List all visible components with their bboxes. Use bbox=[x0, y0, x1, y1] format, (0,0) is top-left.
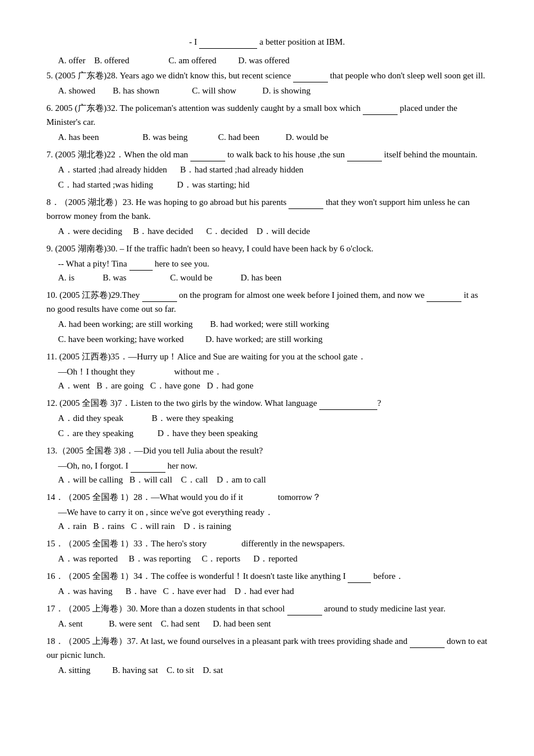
q18-text: 18．（2005 上海卷）37. At last, we found ourse… bbox=[46, 634, 488, 662]
q6-text: 6. 2005 (广东卷)32. The policeman's attenti… bbox=[46, 101, 488, 129]
q9-text: 9. (2005 湖南卷)30. – If the traffic hadn't… bbox=[46, 242, 488, 255]
q11-text2: —Oh！I thought they without me． bbox=[58, 365, 488, 379]
q10-text: 10. (2005 江苏卷)29.They on the program for… bbox=[46, 288, 488, 316]
q8-text: 8．（2005 湖北卷）23. He was hoping to go abro… bbox=[46, 195, 488, 223]
q14-text: 14．（2005 全国卷 1）28．—What would you do if … bbox=[46, 490, 488, 504]
question-11: 11. (2005 江西卷)35．—Hurry up！Alice and Sue… bbox=[46, 350, 488, 393]
q14-text2: —We have to carry it on , since we've go… bbox=[58, 505, 488, 519]
question-9: 9. (2005 湖南卷)30. – If the traffic hadn't… bbox=[46, 242, 488, 285]
question-10: 10. (2005 江苏卷)29.They on the program for… bbox=[46, 288, 488, 346]
q13-text2: —Oh, no, I forgot. I her now. bbox=[58, 459, 488, 473]
q17-options: A. sent B. were sent C. had sent D. had … bbox=[58, 617, 488, 631]
q14-options: A．rain B．rains C．will rain D．is raining bbox=[58, 519, 488, 533]
q5-options: A. showed B. has shown C. will show D. i… bbox=[58, 84, 488, 98]
q12-options-a: A．did they speak B．were they speaking bbox=[58, 411, 488, 425]
q12-options-c: C．are they speaking D．have they been spe… bbox=[58, 426, 488, 440]
q12-text: 12. (2005 全国卷 3)7．Listen to the two girl… bbox=[46, 396, 488, 410]
q9-text2: -- What a pity! Tina here to see you. bbox=[58, 257, 488, 271]
q7-options-a: A．started ;had already hidden B．had star… bbox=[58, 163, 488, 177]
question-8: 8．（2005 湖北卷）23. He was hoping to go abro… bbox=[46, 195, 488, 238]
question-7: 7. (2005 湖北卷)22．When the old man to walk… bbox=[46, 147, 488, 192]
q17-text: 17．（2005 上海卷）30. More than a dozen stude… bbox=[46, 602, 488, 615]
q11-options: A．went B．are going C．have gone D．had gon… bbox=[58, 379, 488, 393]
q16-options: A．was having B．have C．have ever had D．ha… bbox=[58, 584, 488, 598]
intro-options: A. offer B. offered C. am offered D. was… bbox=[58, 53, 488, 67]
q8-options: A．were deciding B．have decided C．decided… bbox=[58, 224, 488, 238]
q11-text: 11. (2005 江西卷)35．—Hurry up！Alice and Sue… bbox=[46, 350, 488, 363]
question-12: 12. (2005 全国卷 3)7．Listen to the two girl… bbox=[46, 396, 488, 440]
q6-options: A. has been B. was being C. had been D. … bbox=[58, 130, 488, 144]
question-5: 5. (2005 广东卷)28. Years ago we didn't kno… bbox=[46, 69, 488, 98]
q16-text: 16．（2005 全国卷 1）34．The coffee is wonderfu… bbox=[46, 569, 488, 583]
q7-options-c: C．had started ;was hiding D．was starting… bbox=[58, 178, 488, 192]
q18-options: A. sitting B. having sat C. to sit D. sa… bbox=[58, 663, 488, 677]
q15-options: A．was reported B．was reporting C．reports… bbox=[58, 552, 488, 566]
q13-options: A．will be calling B．will call C．call D．a… bbox=[58, 473, 488, 487]
q10-options-c: C. have been working; have worked D. hav… bbox=[58, 332, 488, 346]
q13-text: 13.（2005 全国卷 3)8．—Did you tell Julia abo… bbox=[46, 444, 488, 458]
q7-text: 7. (2005 湖北卷)22．When the old man to walk… bbox=[46, 147, 488, 161]
intro-line: - I a better position at IBM. bbox=[46, 35, 488, 49]
question-18: 18．（2005 上海卷）37. At last, we found ourse… bbox=[46, 634, 488, 677]
question-6: 6. 2005 (广东卷)32. The policeman's attenti… bbox=[46, 101, 488, 144]
question-14: 14．（2005 全国卷 1）28．—What would you do if … bbox=[46, 490, 488, 533]
q15-text: 15．（2005 全国卷 1）33．The hero's story diffe… bbox=[46, 537, 488, 550]
question-16: 16．（2005 全国卷 1）34．The coffee is wonderfu… bbox=[46, 569, 488, 598]
q5-text: 5. (2005 广东卷)28. Years ago we didn't kno… bbox=[46, 69, 488, 82]
question-17: 17．（2005 上海卷）30. More than a dozen stude… bbox=[46, 602, 488, 631]
question-15: 15．（2005 全国卷 1）33．The hero's story diffe… bbox=[46, 537, 488, 566]
question-13: 13.（2005 全国卷 3)8．—Did you tell Julia abo… bbox=[46, 444, 488, 487]
q10-options-a: A. had been working; are still working B… bbox=[58, 317, 488, 331]
q9-options: A. is B. was C. would be D. has been bbox=[58, 271, 488, 285]
document-content: - I a better position at IBM. A. offer B… bbox=[46, 35, 488, 677]
